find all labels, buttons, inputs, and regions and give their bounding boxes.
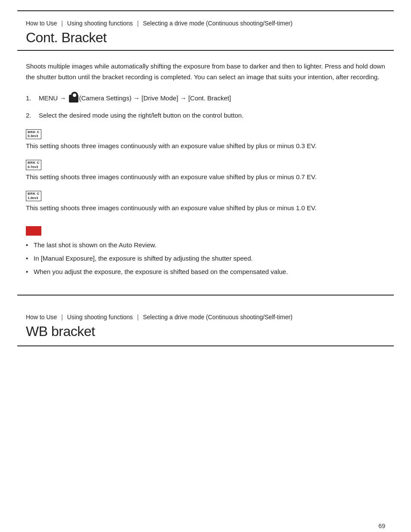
setting-block-07: BRK C 0.7ev3 This setting shoots three i… — [26, 160, 385, 182]
breadcrumb-part1: How to Use — [26, 20, 57, 27]
step1-cam-label: (Camera Settings) → [Drive Mode] → [Cont… — [79, 94, 231, 102]
step-2-num: 2. — [26, 110, 39, 121]
brk-icon-07: BRK C 0.7ev3 — [26, 160, 41, 170]
step-1-content: MENU → (Camera Settings) → [Drive Mode] … — [39, 93, 385, 103]
note-item-1: The last shot is shown on the Auto Revie… — [26, 240, 385, 251]
breadcrumb-sep2: | — [137, 20, 139, 27]
setting-icon-wrap-03: BRK C 0.3ev3 — [26, 129, 385, 139]
breadcrumb-bottom-part1: How to Use — [26, 314, 57, 320]
breadcrumb-bottom-part3: Selecting a drive mode (Continuous shoot… — [143, 314, 293, 320]
bottom-page-title: WB bracket — [26, 324, 385, 339]
steps-list: 1. MENU → (Camera Settings) → [Drive Mod… — [26, 93, 385, 121]
breadcrumb-top: How to Use | Using shooting functions | … — [26, 19, 385, 28]
brk-icon-10: BRK C 1.0ev3 — [26, 191, 41, 201]
main-content: Shoots multiple images while automatical… — [0, 61, 411, 277]
note-item-3: When you adjust the exposure, the exposu… — [26, 267, 385, 277]
step-1: 1. MENU → (Camera Settings) → [Drive Mod… — [26, 93, 385, 103]
section-divider-bottom — [17, 295, 394, 296]
bottom-section: How to Use | Using shooting functions | … — [0, 313, 411, 339]
step-1-num: 1. — [26, 93, 39, 103]
breadcrumb-part2: Using shooting functions — [67, 20, 133, 27]
notes-list: The last shot is shown on the Auto Revie… — [26, 240, 385, 277]
breadcrumb-bottom-part2: Using shooting functions — [67, 314, 133, 320]
note-red-box — [26, 226, 41, 236]
step1-menu-text: MENU → — [39, 94, 68, 102]
note-item-2: In [Manual Exposure], the exposure is sh… — [26, 253, 385, 264]
brk-icon-03: BRK C 0.3ev3 — [26, 129, 41, 139]
setting-text-03: This setting shoots three images continu… — [26, 141, 385, 152]
page-title: Cont. Bracket — [26, 30, 385, 46]
section-divider-top — [17, 50, 394, 51]
setting-text-10: This setting shoots three images continu… — [26, 203, 385, 214]
camera-settings-icon — [69, 95, 78, 103]
breadcrumb-bottom: How to Use | Using shooting functions | … — [26, 313, 385, 322]
breadcrumb-part3: Selecting a drive mode (Continuous shoot… — [143, 20, 293, 27]
setting-icon-wrap-07: BRK C 0.7ev3 — [26, 160, 385, 170]
page: How to Use | Using shooting functions | … — [0, 10, 411, 532]
step-2: 2. Select the desired mode using the rig… — [26, 110, 385, 121]
setting-icon-wrap-10: BRK C 1.0ev3 — [26, 191, 385, 201]
bottom-rule — [17, 345, 394, 346]
breadcrumb-sep1: | — [61, 20, 63, 27]
top-section: How to Use | Using shooting functions | … — [0, 11, 411, 46]
intro-paragraph: Shoots multiple images while automatical… — [26, 61, 385, 83]
setting-block-03: BRK C 0.3ev3 This setting shoots three i… — [26, 129, 385, 152]
breadcrumb-bottom-sep1: | — [61, 314, 63, 320]
breadcrumb-bottom-sep2: | — [137, 314, 139, 320]
setting-block-10: BRK C 1.0ev3 This setting shoots three i… — [26, 191, 385, 213]
setting-text-07: This setting shoots three images continu… — [26, 172, 385, 183]
page-number: 69 — [378, 523, 385, 529]
step-2-content: Select the desired mode using the right/… — [39, 110, 385, 121]
